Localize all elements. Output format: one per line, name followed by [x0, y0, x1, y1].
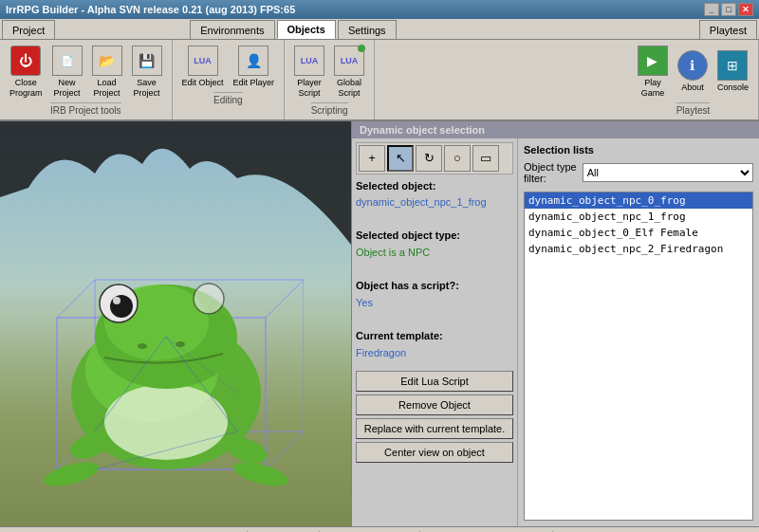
title-bar: IrrRPG Builder - Alpha SVN release 0.21 …: [0, 0, 759, 19]
svg-line-2: [266, 280, 304, 318]
remove-object-button[interactable]: Remove Object: [356, 394, 513, 415]
select-tool-button[interactable]: ↖: [387, 145, 414, 172]
global-script-button[interactable]: LUA GlobalScript: [332, 44, 366, 101]
selected-type-value: Object is a NPC: [356, 245, 513, 262]
tab-objects[interactable]: Objects: [277, 20, 336, 39]
load-project-label: LoadProject: [94, 78, 120, 99]
selection-lists-panel: Selection lists Object typefilter: All N…: [518, 138, 759, 526]
playtest-section-label: Playtest: [676, 102, 711, 116]
current-template-label: Current template:: [356, 328, 513, 345]
edit-lua-script-button[interactable]: Edit Lua Script: [356, 371, 513, 392]
close-program-button[interactable]: ⏻ CloseProgram: [8, 44, 45, 101]
project-tools: ⏻ CloseProgram 📄 NewProject 📂 LoadProjec…: [8, 44, 164, 101]
object-list[interactable]: dynamic_object_npc_0_frog dynamic_object…: [524, 192, 753, 521]
object-info: Selected object: dynamic_object_npc_1_fr…: [356, 178, 513, 362]
right-tabs: Playtest: [699, 20, 759, 39]
main-area: Dynamic object selection + ↖ ↻ ○ ▭ Selec…: [0, 121, 759, 526]
list-item[interactable]: dynamic_object_npc_2_Firedragon: [525, 241, 752, 257]
edit-object-label: Edit Object: [182, 78, 224, 88]
svg-point-11: [104, 384, 228, 460]
replace-template-button[interactable]: Replace with current template.: [356, 418, 513, 439]
frog-model: [19, 204, 304, 498]
load-project-button[interactable]: 📂 LoadProject: [90, 44, 124, 101]
tab-environments[interactable]: Environments: [190, 20, 274, 39]
about-button[interactable]: ℹ About: [676, 48, 710, 95]
has-script-value: Yes: [356, 295, 513, 312]
selected-type-label: Selected object type:: [356, 228, 513, 245]
close-program-label: CloseProgram: [9, 78, 43, 99]
toolbar-scripting-section: LUA PlayerScript LUA GlobalScript Script…: [285, 40, 375, 119]
filter-row: Object typefilter: All NPC Object Trigge…: [524, 161, 753, 184]
tool-icons-row: + ↖ ↻ ○ ▭: [356, 142, 513, 174]
center-view-button[interactable]: Center view on object: [356, 442, 513, 463]
play-game-button[interactable]: ▶ PlayGame: [636, 44, 670, 101]
edit-player-button[interactable]: 👤 Edit Player: [231, 44, 277, 90]
list-item[interactable]: dynamic_object_npc_1_frog: [525, 209, 752, 225]
has-script-label: Object has a script?:: [356, 278, 513, 295]
minimize-button[interactable]: _: [704, 3, 719, 16]
save-project-button[interactable]: 💾 SaveProject: [130, 44, 164, 101]
viewport-3d[interactable]: [0, 121, 351, 526]
tab-project[interactable]: Project: [2, 20, 55, 39]
console-button[interactable]: ⊞ Console: [715, 48, 750, 95]
player-script-label: PlayerScript: [297, 78, 322, 99]
close-button[interactable]: ✕: [738, 3, 753, 16]
add-tool-button[interactable]: +: [359, 145, 385, 172]
close-program-icon: ⏻: [10, 46, 41, 76]
status-bar: Entered navigation mode. Left mouse: rot…: [0, 526, 759, 532]
edit-object-button[interactable]: LUA Edit Object: [180, 44, 226, 90]
console-label: Console: [717, 83, 749, 93]
new-project-label: NewProject: [54, 78, 81, 99]
panel-header: Dynamic object selection: [352, 121, 759, 138]
edit-player-icon: 👤: [238, 46, 268, 76]
maximize-button[interactable]: □: [721, 3, 736, 16]
save-project-label: SaveProject: [134, 78, 160, 99]
menu-row: Project Environments Objects Settings Pl…: [0, 19, 759, 40]
panel-content: + ↖ ↻ ○ ▭ Selected object: dynamic_objec…: [352, 138, 759, 526]
scripting-section-label: Scripting: [311, 102, 348, 116]
project-section-label: IRB Project tools: [50, 102, 120, 116]
toolbar: ⏻ CloseProgram 📄 NewProject 📂 LoadProjec…: [0, 40, 759, 121]
svg-point-19: [176, 341, 185, 347]
app-title: IrrRPG Builder - Alpha SVN release 0.21 …: [6, 4, 295, 15]
player-script-icon: LUA: [294, 46, 324, 76]
save-project-icon: 💾: [132, 46, 162, 76]
right-panel: Dynamic object selection + ↖ ↻ ○ ▭ Selec…: [351, 121, 759, 526]
new-project-button[interactable]: 📄 NewProject: [50, 44, 84, 101]
editing-tools: LUA Edit Object 👤 Edit Player: [180, 44, 277, 90]
selected-object-value: dynamic_object_npc_1_frog: [356, 194, 513, 211]
rotate-tool-button[interactable]: ↻: [416, 145, 442, 172]
action-buttons: Edit Lua Script Remove Object Replace wi…: [356, 371, 513, 466]
edit-player-label: Edit Player: [233, 78, 275, 88]
about-icon: ℹ: [677, 50, 708, 81]
svg-point-22: [41, 457, 101, 490]
filter-label: Object typefilter:: [524, 161, 577, 184]
new-project-icon: 📄: [52, 46, 83, 76]
selection-lists-title: Selection lists: [524, 144, 753, 156]
tab-playtest[interactable]: Playtest: [699, 20, 757, 39]
svg-point-18: [138, 343, 147, 349]
list-item[interactable]: dynamic_object_npc_0_frog: [525, 193, 752, 209]
rect-tool-button[interactable]: ▭: [472, 145, 499, 172]
svg-point-15: [110, 295, 133, 318]
current-template-value: Firedragon: [356, 345, 513, 362]
list-item[interactable]: dynamic_object_0_Elf Female: [525, 225, 752, 241]
window-controls: _ □ ✕: [704, 3, 753, 16]
tab-settings[interactable]: Settings: [338, 20, 397, 39]
toolbar-project-section: ⏻ CloseProgram 📄 NewProject 📂 LoadProjec…: [0, 40, 173, 119]
svg-point-16: [113, 297, 120, 304]
edit-object-icon: LUA: [188, 46, 218, 76]
playtest-tools: ▶ PlayGame ℹ About ⊞ Console: [636, 44, 750, 101]
editing-section-label: Editing: [213, 92, 243, 105]
play-game-label: PlayGame: [641, 78, 665, 99]
player-script-button[interactable]: LUA PlayerScript: [292, 44, 326, 101]
object-panel: + ↖ ↻ ○ ▭ Selected object: dynamic_objec…: [352, 138, 518, 526]
global-script-icon: LUA: [334, 46, 364, 76]
circle-tool-button[interactable]: ○: [444, 145, 471, 172]
svg-line-1: [57, 280, 95, 318]
toolbar-playtest-section: ▶ PlayGame ℹ About ⊞ Console Playtest: [628, 40, 759, 119]
console-icon: ⊞: [717, 50, 748, 81]
svg-point-17: [194, 284, 224, 314]
global-script-label: GlobalScript: [337, 78, 361, 99]
object-type-filter[interactable]: All NPC Object Trigger: [583, 163, 753, 182]
